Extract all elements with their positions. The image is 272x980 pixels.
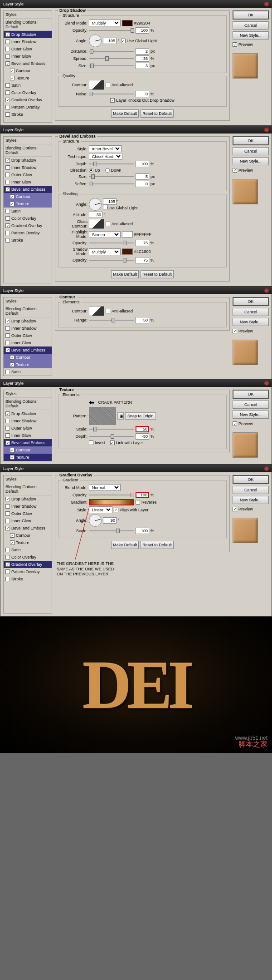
close-icon[interactable] [264, 466, 269, 471]
spread-slider[interactable] [89, 56, 134, 61]
close-icon[interactable] [264, 381, 269, 386]
scale-slider[interactable] [89, 426, 134, 432]
sidebar-item-pattern-overlay[interactable]: Pattern Overlay [4, 104, 52, 111]
reset-default-button[interactable]: Reset to Default [141, 270, 174, 278]
sidebar-item-stroke[interactable]: Stroke [4, 237, 52, 244]
new-pattern-icon[interactable]: ▣ [117, 412, 124, 420]
shadow-color-swatch[interactable] [122, 248, 133, 255]
link-layer-check[interactable]: ✓ [110, 441, 115, 445]
ok-button[interactable]: OK [233, 475, 269, 484]
soften-input[interactable] [136, 181, 149, 187]
make-default-button[interactable]: Make Default [111, 270, 139, 278]
ok-button[interactable]: OK [233, 390, 269, 399]
highlight-mode-select[interactable]: Screen [89, 231, 121, 238]
global-light-check[interactable]: ✓ [121, 39, 126, 43]
sidebar-item-inner-shadow[interactable]: Inner Shadow [4, 164, 52, 171]
spread-input[interactable] [136, 55, 149, 62]
sidebar-item-texture[interactable]: ✓Texture [4, 200, 52, 208]
blending-options[interactable]: Blending Options: Default [4, 19, 52, 31]
ok-button[interactable]: OK [233, 10, 269, 20]
aa-check[interactable] [106, 222, 110, 226]
knockout-check[interactable]: ✓ [110, 98, 115, 103]
invert-check[interactable] [89, 441, 93, 445]
global-light-check[interactable] [103, 205, 107, 209]
new-style-button[interactable]: New Style... [233, 31, 269, 40]
sidebar-item-satin[interactable]: Satin [4, 82, 52, 89]
size-slider[interactable] [89, 63, 134, 69]
size-slider[interactable] [89, 174, 134, 179]
ok-button[interactable]: OK [233, 297, 269, 306]
opacity-input[interactable] [136, 27, 149, 34]
new-style-button[interactable]: New Style... [233, 157, 269, 165]
scale-input[interactable] [136, 426, 149, 432]
new-style-button[interactable]: New Style... [233, 496, 269, 504]
sidebar-item-texture[interactable]: ✓Texture [4, 361, 52, 368]
sidebar-item-outer-glow[interactable]: Outer Glow [4, 45, 52, 53]
close-icon[interactable] [264, 288, 269, 293]
depth-slider[interactable] [89, 434, 134, 439]
new-style-button[interactable]: New Style... [233, 318, 269, 326]
opacity-slider[interactable] [89, 28, 134, 33]
sidebar-item-bevel[interactable]: ✓Bevel and Emboss [4, 60, 52, 67]
aa-check[interactable] [106, 309, 110, 313]
close-icon[interactable] [264, 2, 269, 6]
sidebar-item-outer-glow[interactable]: Outer Glow [4, 171, 52, 178]
distance-input[interactable] [136, 48, 149, 54]
highlight-opacity-slider[interactable] [89, 240, 134, 246]
cancel-button[interactable]: Cancel [233, 147, 269, 155]
reverse-check[interactable] [136, 500, 140, 505]
close-icon[interactable] [264, 128, 269, 132]
preview-check[interactable]: ✓ [233, 42, 237, 47]
sidebar-item-color-overlay[interactable]: Color Overlay [4, 215, 52, 222]
angle-dial[interactable] [89, 35, 102, 47]
gloss-contour-picker[interactable] [89, 219, 104, 229]
angle-input[interactable] [103, 517, 117, 524]
pattern-picker[interactable] [89, 407, 116, 425]
shadow-opacity-input[interactable] [136, 257, 149, 263]
sidebar-item-stroke[interactable]: Stroke [4, 111, 52, 118]
sidebar-item-texture[interactable]: ✓Texture [4, 454, 52, 461]
angle-input[interactable] [103, 38, 117, 44]
style-select[interactable]: Inner Bevel [89, 145, 121, 152]
shadow-opacity-slider[interactable] [89, 257, 134, 263]
sidebar-item-satin[interactable]: Satin [4, 208, 52, 215]
sidebar-header[interactable]: Styles [4, 11, 52, 19]
size-input[interactable] [136, 173, 149, 180]
snap-origin-button[interactable]: Snap to Origin [125, 412, 156, 420]
cancel-button[interactable]: Cancel [233, 308, 269, 316]
ok-button[interactable]: OK [233, 136, 269, 145]
angle-dial[interactable] [89, 198, 102, 211]
opacity-slider[interactable] [89, 492, 134, 498]
sidebar-item-pattern-overlay[interactable]: Pattern Overlay [4, 229, 52, 237]
sidebar-item-gradient-overlay[interactable]: ✓Gradient Overlay [4, 561, 52, 568]
highlight-color-swatch[interactable] [122, 231, 133, 238]
shadow-mode-select[interactable]: Multiply [89, 248, 121, 255]
sidebar-item-bevel[interactable]: ✓Bevel and Emboss [4, 186, 52, 193]
scale-slider[interactable] [89, 528, 134, 534]
color-swatch[interactable] [122, 20, 133, 26]
range-slider[interactable] [89, 317, 134, 323]
sidebar-item-contour[interactable]: ✓Contour [4, 354, 52, 361]
size-input[interactable] [136, 63, 149, 69]
sidebar-item-drop-shadow[interactable]: ✓Drop Shadow [4, 31, 52, 38]
blend-mode-select[interactable]: Normal [89, 484, 121, 491]
align-check[interactable]: ✓ [114, 508, 118, 512]
sidebar-item-texture[interactable]: ✓Texture [4, 74, 52, 82]
soften-slider[interactable] [89, 181, 134, 187]
depth-input[interactable] [136, 161, 149, 167]
dir-up-radio[interactable] [89, 168, 93, 173]
contour-picker[interactable] [89, 80, 104, 90]
sidebar-item-contour[interactable]: ✓Contour [4, 193, 52, 200]
make-default-button[interactable]: Make Default [111, 541, 139, 549]
depth-input[interactable] [136, 433, 149, 440]
contour-picker[interactable] [89, 306, 104, 316]
make-default-button[interactable]: Make Default [111, 109, 139, 118]
cancel-button[interactable]: Cancel [233, 401, 269, 409]
sidebar-item-inner-glow[interactable]: Inner Glow [4, 53, 52, 60]
sidebar-item-gradient-overlay[interactable]: ✓Gradient Overlay [4, 222, 52, 229]
angle-dial[interactable] [89, 514, 102, 527]
dir-down-radio[interactable] [105, 168, 110, 173]
sidebar-item-bevel[interactable]: ✓Bevel and Emboss [4, 346, 52, 354]
blend-mode-select[interactable]: Multiply [89, 20, 121, 26]
distance-slider[interactable] [89, 49, 134, 54]
